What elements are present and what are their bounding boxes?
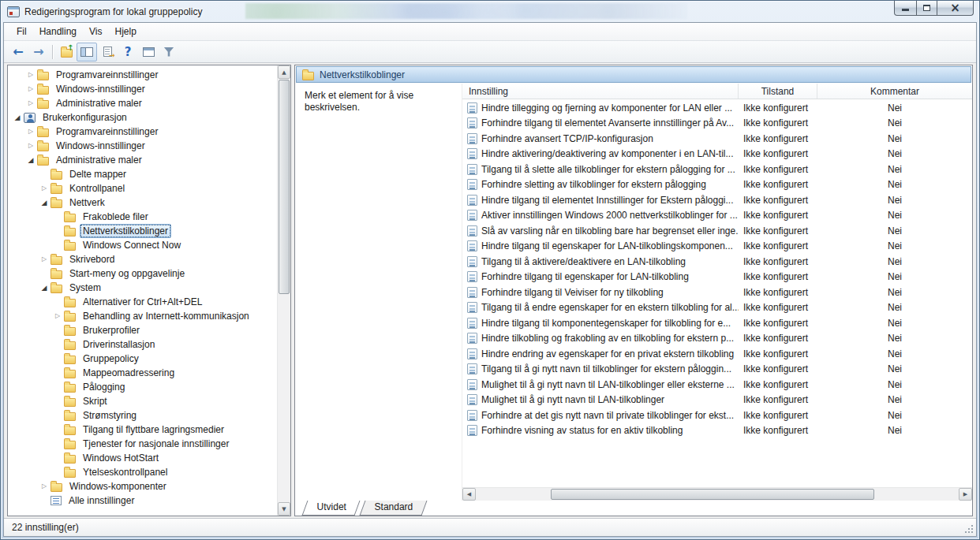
setting-row[interactable]: Forhindre visning av status for en aktiv… <box>462 423 972 439</box>
setting-row[interactable]: Forhindre tilgang til Veiviser for ny ti… <box>462 285 972 300</box>
tree-item-behandling-av-internett-kommunikasjon[interactable]: Behandling av Internett-kommunikasjon <box>8 309 277 323</box>
setting-row[interactable]: Aktiver innstillingen Windows 2000 nettv… <box>462 208 972 224</box>
menu-item-handling[interactable]: Handling <box>33 24 83 39</box>
tree-item-mappeomadressering[interactable]: Mappeomadressering <box>8 366 277 380</box>
setting-row[interactable]: Slå av varsling når en tilkobling bare h… <box>462 223 972 239</box>
tree-item-system[interactable]: System <box>8 281 277 295</box>
setting-row[interactable]: Forhindre tilgang til egenskaper for LAN… <box>462 270 972 285</box>
tree-item-pålogging[interactable]: Pålogging <box>8 380 277 394</box>
scroll-left-button[interactable] <box>462 488 476 501</box>
collapse-arrow-icon[interactable] <box>38 281 50 294</box>
tree-item-nettverkstilkoblinger[interactable]: Nettverkstilkoblinger <box>8 224 277 238</box>
tree-vertical-scrollbar[interactable] <box>277 65 290 516</box>
list-horizontal-scrollbar[interactable] <box>462 487 972 501</box>
minimize-button[interactable] <box>894 1 917 16</box>
tree-item-delte-mapper[interactable]: Delte mapper <box>8 167 277 181</box>
setting-row[interactable]: Hindre tilgang til elementet Innstilling… <box>462 192 972 208</box>
expand-arrow-icon[interactable] <box>24 125 37 138</box>
expand-arrow-icon[interactable] <box>51 310 64 322</box>
tree-item-skript[interactable]: Skript <box>8 394 277 408</box>
tree-item-windows-komponenter[interactable]: Windows-komponenter <box>8 479 277 493</box>
tree-item-gruppepolicy[interactable]: Gruppepolicy <box>8 352 277 366</box>
setting-row[interactable]: Tilgang til å gi nytt navn til tilkoblin… <box>462 362 972 378</box>
show-console-tree-button[interactable] <box>77 43 97 61</box>
setting-row[interactable]: Hindre tilkobling og frakobling av en ti… <box>462 331 972 347</box>
tree-item-windows-connect-now[interactable]: Windows Connect Now <box>8 238 277 252</box>
tree-item-windows-innstillinger[interactable]: Windows-innstillinger <box>8 82 277 96</box>
scrollbar-thumb[interactable] <box>279 80 290 294</box>
menu-item-vis[interactable]: Vis <box>83 24 108 39</box>
scrollbar-thumb[interactable] <box>551 489 874 500</box>
expand-arrow-icon[interactable] <box>24 140 37 152</box>
collapse-arrow-icon[interactable] <box>11 111 24 124</box>
forward-button[interactable] <box>28 43 49 61</box>
tree-item-programvareinnstillinger[interactable]: Programvareinnstillinger <box>8 68 277 82</box>
setting-row[interactable]: Hindre endring av egenskaper for en priv… <box>462 346 972 362</box>
tree-item-tilgang-til-flyttbare-lagringsmedier[interactable]: Tilgang til flyttbare lagringsmedier <box>8 423 277 437</box>
column-header-innstilling[interactable]: Innstilling <box>462 84 739 99</box>
tree-item-alternativer-for-ctrl-alt-del[interactable]: Alternativer for Ctrl+Alt+DEL <box>8 295 277 309</box>
setting-row[interactable]: Hindre tilgang til egenskaper for LAN-ti… <box>462 239 972 255</box>
setting-row[interactable]: Forhindre tilgang til elementet Avansert… <box>462 116 972 132</box>
collapse-arrow-icon[interactable] <box>24 154 37 166</box>
export-list-button[interactable] <box>97 43 118 61</box>
expand-arrow-icon[interactable] <box>24 69 37 81</box>
expand-arrow-icon[interactable] <box>24 97 37 110</box>
title-bar[interactable]: Redigeringsprogram for lokal gruppepolic… <box>1 1 979 22</box>
help-button[interactable] <box>118 43 138 61</box>
setting-row[interactable]: Forhindre avansert TCP/IP-konfigurasjonI… <box>462 131 972 147</box>
tree-item-brukerkonfigurasjon[interactable]: Brukerkonfigurasjon <box>8 110 277 125</box>
scroll-right-button[interactable] <box>959 488 972 501</box>
tree-item-nettverk[interactable]: Nettverk <box>8 196 277 210</box>
scroll-up-button[interactable] <box>278 65 290 79</box>
tree-item-driverinstallasjon[interactable]: Driverinstallasjon <box>8 337 277 352</box>
policy-setting-icon <box>467 102 477 114</box>
setting-row[interactable]: Hindre aktivering/deaktivering av kompon… <box>462 147 972 162</box>
tree-item-administrative-maler[interactable]: Administrative maler <box>8 153 277 167</box>
tree-item-windows-innstillinger[interactable]: Windows-innstillinger <box>8 139 277 153</box>
tree-item-frakoblede-filer[interactable]: Frakoblede filer <box>8 210 277 224</box>
tree-item-strømstyring[interactable]: Strømstyring <box>8 408 277 423</box>
setting-row[interactable]: Tilgang til å slette alle tilkoblinger f… <box>462 162 972 177</box>
tree-item-administrative-maler[interactable]: Administrative maler <box>8 96 277 110</box>
tab-standard[interactable]: Standard <box>360 501 428 516</box>
expand-arrow-icon[interactable] <box>38 182 50 195</box>
tree-item-windows-hotstart[interactable]: Windows HotStart <box>8 451 277 465</box>
column-header-tilstand[interactable]: Tilstand <box>739 84 817 99</box>
tree-item-brukerprofiler[interactable]: Brukerprofiler <box>8 323 277 337</box>
menu-item-hjelp[interactable]: Hjelp <box>109 24 143 39</box>
expand-arrow-icon[interactable] <box>38 480 50 493</box>
back-button[interactable] <box>8 43 28 61</box>
column-header-kommentar[interactable]: Kommentar <box>817 84 972 99</box>
tree-item-ytelseskontrollpanel[interactable]: Ytelseskontrollpanel <box>8 465 277 479</box>
tree-item-skrivebord[interactable]: Skrivebord <box>8 252 277 266</box>
tab-utvidet[interactable]: Utvidet <box>302 501 361 516</box>
setting-row[interactable]: Mulighet til å gi nytt navn til LAN-tilk… <box>462 377 972 393</box>
expand-arrow-icon[interactable] <box>24 83 37 95</box>
scroll-down-button[interactable] <box>278 502 290 516</box>
expand-arrow-icon[interactable] <box>38 253 50 266</box>
tree-item-programvareinnstillinger[interactable]: Programvareinnstillinger <box>8 125 277 139</box>
scrollbar-track[interactable] <box>476 488 959 501</box>
tree-item-alle-innstillinger[interactable]: Alle innstillinger <box>8 493 277 508</box>
maximize-button[interactable] <box>916 1 937 16</box>
tree-item-label: Brukerkonfigurasjon <box>39 110 130 125</box>
tree-item-start-meny-og-oppgavelinje[interactable]: Start-meny og oppgavelinje <box>8 266 277 281</box>
setting-row[interactable]: Hindre tillegging og fjerning av kompone… <box>462 100 972 116</box>
setting-row[interactable]: Hindre tilgang til komponentegenskaper f… <box>462 315 972 331</box>
setting-row[interactable]: Forhindre sletting av tilkoblinger for e… <box>462 177 972 193</box>
tree-item-kontrollpanel[interactable]: Kontrollpanel <box>8 181 277 196</box>
setting-row[interactable]: Tilgang til å aktivere/deaktivere en LAN… <box>462 254 972 270</box>
collapse-arrow-icon[interactable] <box>38 196 50 209</box>
setting-row[interactable]: Forhindre at det gis nytt navn til priva… <box>462 408 972 423</box>
tree-item-tjenester-for-nasjonale-innstillinger[interactable]: Tjenester for nasjonale innstillinger <box>8 437 277 451</box>
close-button[interactable] <box>937 1 974 16</box>
up-one-level-button[interactable] <box>56 43 77 61</box>
menu-item-fil[interactable]: Fil <box>10 24 33 39</box>
filter-button[interactable] <box>159 43 179 61</box>
setting-row[interactable]: Mulighet til å gi nytt navn til LAN-tilk… <box>462 393 972 408</box>
resize-grip[interactable] <box>963 523 974 534</box>
setting-row[interactable]: Tilgang til å endre egenskaper for en ek… <box>462 300 972 316</box>
properties-button[interactable] <box>138 43 159 61</box>
scrollbar-track[interactable] <box>278 79 290 502</box>
